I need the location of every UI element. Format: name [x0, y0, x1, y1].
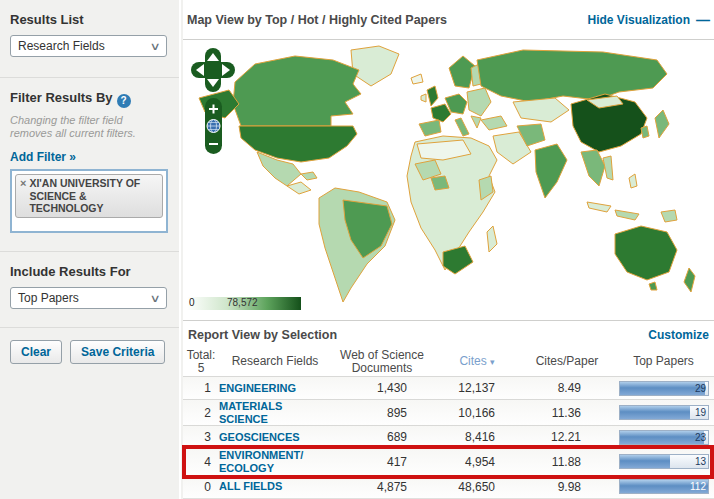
cites-per-paper-value: 9.98 [521, 480, 613, 494]
rank: 3 [183, 430, 219, 444]
sidebar-actions: Clear Save Criteria [0, 328, 179, 364]
field-link[interactable]: MATERIALS SCIENCE [219, 400, 297, 425]
map-color-scale: 0 78,572 [187, 297, 301, 310]
include-results-dropdown[interactable]: Top Papers ∨ [10, 287, 167, 309]
customize-link[interactable]: Customize [648, 328, 709, 342]
rank: 2 [183, 406, 219, 420]
field-link[interactable]: ENGINEERING [219, 382, 331, 395]
wos-documents-value: 895 [331, 406, 433, 420]
table-row: 2 MATERIALS SCIENCE 895 10,166 11.36 19 [183, 399, 714, 425]
filter-section: Filter Results By? Changing the filter f… [0, 78, 179, 251]
cites-value: 12,137 [433, 381, 521, 395]
top-papers-bar: 19 [619, 405, 709, 420]
table-row: 0 ALL FIELDS 4,875 48,650 9.98 112 [183, 475, 714, 498]
results-list-dropdown[interactable]: Research Fields ∨ [10, 35, 167, 57]
cites-value: 4,954 [433, 455, 521, 469]
map-panel-header: Map View by Top / Hot / Highly Cited Pap… [183, 0, 714, 40]
top-papers-value: 112 [690, 480, 706, 493]
scale-max-label: 78,572 [227, 297, 258, 308]
wos-documents-value: 689 [331, 430, 433, 444]
col-top-papers[interactable]: Top Papers [613, 355, 714, 368]
top-papers-value: 29 [695, 382, 706, 395]
wos-documents-value: 1,430 [331, 381, 433, 395]
pan-control [191, 48, 235, 92]
filter-box[interactable]: × XI'AN UNIVERSITY OF SCIENCE & TECHNOLO… [10, 169, 168, 233]
results-list-selected: Research Fields [18, 39, 105, 53]
field-link[interactable]: ENVIRONMENT/ECOLOGY [219, 449, 311, 474]
rank: 0 [183, 480, 219, 494]
scale-min-label: 0 [189, 297, 195, 308]
add-filter-link[interactable]: Add Filter » [10, 150, 76, 164]
top-papers-bar: 23 [619, 430, 709, 445]
table-row: 1 ENGINEERING 1,430 12,137 8.49 29 [183, 376, 714, 399]
top-papers-value: 13 [695, 455, 706, 468]
main-panel: Map View by Top / Hot / Highly Cited Pap… [183, 0, 714, 499]
report-title: Report View by Selection [188, 328, 337, 342]
include-results-label: Include Results For [10, 264, 167, 279]
world-map-area[interactable]: 0 78,572 [183, 40, 714, 321]
table-header-row: Total: 5 Research Fields Web of Science … [183, 348, 714, 376]
sort-descending-icon[interactable]: ▾ [490, 357, 495, 367]
report-header: Report View by Selection Customize [183, 321, 714, 348]
esi-app-window: Results List Research Fields ∨ Filter Re… [0, 0, 714, 499]
wos-documents-value: 417 [331, 455, 433, 469]
top-papers-bar: 112 [619, 479, 709, 494]
col-cites-sorted[interactable]: Cites ▾ [433, 355, 521, 368]
results-list-section: Results List Research Fields ∨ [0, 0, 179, 77]
table-row-highlighted: 4 ENVIRONMENT/ECOLOGY 417 4,954 11.88 13 [183, 448, 714, 474]
table-row: 3 GEOSCIENCES 689 8,416 12.21 23 [183, 425, 714, 448]
filter-tag[interactable]: × XI'AN UNIVERSITY OF SCIENCE & TECHNOLO… [15, 174, 163, 218]
top-papers-value: 23 [695, 431, 706, 444]
cites-per-paper-value: 11.88 [521, 455, 613, 469]
help-icon[interactable]: ? [117, 94, 131, 108]
choropleth-world-map[interactable] [183, 40, 714, 321]
include-results-selected: Top Papers [18, 291, 79, 305]
rank: 4 [183, 455, 219, 469]
chevron-down-icon[interactable]: ∨ [149, 41, 160, 52]
cites-per-paper-value: 11.36 [521, 406, 613, 420]
wos-documents-value: 4,875 [331, 480, 433, 494]
field-link[interactable]: ALL FIELDS [219, 480, 331, 493]
remove-filter-icon[interactable]: × [20, 177, 26, 189]
cites-value: 10,166 [433, 406, 521, 420]
filter-tag-label: XI'AN UNIVERSITY OF SCIENCE & TECHNOLOGY [29, 177, 158, 215]
cites-per-paper-value: 8.49 [521, 381, 613, 395]
filter-title: Filter Results By? [10, 90, 167, 108]
minus-icon[interactable]: — [696, 12, 710, 28]
col-cites-per-paper[interactable]: Cites/Paper [521, 355, 613, 368]
hide-visualization-link[interactable]: Hide Visualization — [588, 12, 710, 28]
field-link[interactable]: GEOSCIENCES [219, 431, 331, 444]
col-research-fields[interactable]: Research Fields [219, 355, 331, 368]
cites-value: 48,650 [433, 480, 521, 494]
rank: 1 [183, 381, 219, 395]
report-table: Total: 5 Research Fields Web of Science … [183, 348, 714, 498]
zoom-control [205, 98, 222, 154]
map-view-title: Map View by Top / Hot / Highly Cited Pap… [187, 13, 447, 27]
chevron-down-icon[interactable]: ∨ [149, 293, 160, 304]
globe-reset-icon [207, 120, 220, 133]
include-results-section: Include Results For Top Papers ∨ [0, 252, 179, 327]
top-papers-bar: 13 [619, 454, 709, 469]
results-list-label: Results List [10, 12, 167, 27]
col-wos-documents[interactable]: Web of Science Documents [331, 349, 433, 375]
cites-per-paper-value: 12.21 [521, 430, 613, 444]
save-criteria-button[interactable]: Save Criteria [70, 340, 165, 364]
map-navigation-controls [191, 48, 237, 156]
cites-value: 8,416 [433, 430, 521, 444]
top-papers-value: 19 [695, 406, 706, 419]
filter-note: Changing the filter field removes all cu… [10, 114, 167, 142]
clear-button[interactable]: Clear [10, 340, 62, 364]
total-count: Total: 5 [183, 349, 219, 375]
top-papers-bar: 29 [619, 381, 709, 396]
sidebar: Results List Research Fields ∨ Filter Re… [0, 0, 181, 499]
